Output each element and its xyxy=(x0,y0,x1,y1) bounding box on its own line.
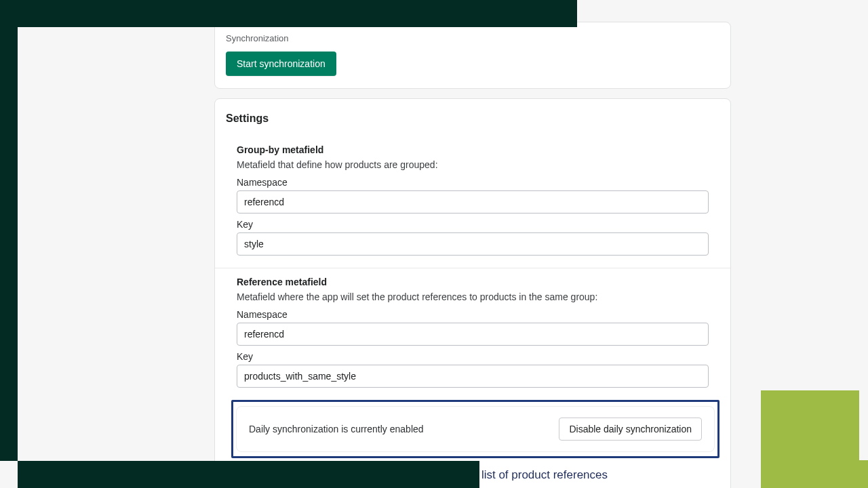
group-by-title: Group-by metafield xyxy=(237,144,709,155)
group-by-section: Group-by metafield Metafield that define… xyxy=(215,136,730,268)
left-decoration-strip xyxy=(0,0,18,461)
green-decoration-1 xyxy=(761,390,859,461)
reference-section: Reference metafield Metafield where the … xyxy=(215,268,730,400)
green-decoration-2 xyxy=(761,460,868,488)
bottom-decoration-bar xyxy=(18,461,479,488)
group-by-namespace-input[interactable] xyxy=(237,190,709,214)
reference-namespace-label: Namespace xyxy=(237,309,709,320)
top-decoration-bar xyxy=(18,0,577,27)
daily-sync-row: Daily synchronization is currently enabl… xyxy=(236,406,715,452)
daily-sync-highlight: Daily synchronization is currently enabl… xyxy=(231,400,719,458)
reference-key-input[interactable] xyxy=(237,365,709,388)
group-by-namespace-label: Namespace xyxy=(237,177,709,188)
group-by-key-input[interactable] xyxy=(237,232,709,256)
reference-title: Reference metafield xyxy=(237,277,709,287)
synchronization-card: Synchronization Start synchronization xyxy=(214,22,731,89)
disable-daily-sync-button[interactable]: Disable daily synchronization xyxy=(559,418,702,441)
start-synchronization-button[interactable]: Start synchronization xyxy=(226,52,336,76)
reference-key-label: Key xyxy=(237,351,709,362)
group-by-key-label: Key xyxy=(237,219,709,230)
settings-heading: Settings xyxy=(215,110,730,136)
group-by-description: Metafield that define how products are g… xyxy=(237,159,709,170)
settings-card: Settings Group-by metafield Metafield th… xyxy=(214,98,731,488)
reference-namespace-input[interactable] xyxy=(237,323,709,346)
synchronization-label: Synchronization xyxy=(226,33,719,43)
reference-description: Metafield where the app will set the pro… xyxy=(237,291,709,302)
daily-sync-status-text: Daily synchronization is currently enabl… xyxy=(249,424,424,434)
